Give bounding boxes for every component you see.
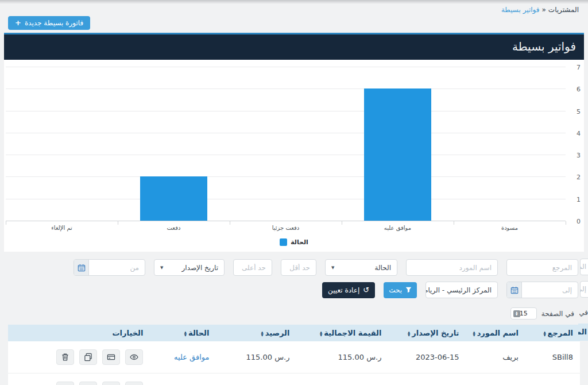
sort-icon[interactable]: ▲▼ — [261, 331, 263, 336]
max-limit-input[interactable] — [233, 259, 272, 276]
breadcrumb-current[interactable]: فواتير بسيطة — [501, 6, 540, 14]
column-header-3[interactable]: تاريخ الإصدار▲▼ — [388, 325, 466, 341]
status-select-label: الحالة — [375, 264, 391, 272]
x-axis-tick — [342, 221, 342, 225]
gridline — [6, 199, 566, 199]
sort-icon[interactable]: ▲▼ — [543, 331, 546, 336]
y-axis-tick-label: 1 — [577, 195, 581, 203]
status-link[interactable]: موافق عليه — [174, 353, 209, 361]
row-actions — [15, 349, 143, 365]
y-axis-tick-label: 6 — [577, 86, 581, 93]
gridline — [6, 176, 566, 177]
clipped-reference-input-fragment: المرجع — [580, 259, 588, 275]
column-header-label: الحالة — [188, 329, 209, 337]
search-button[interactable]: بحث — [384, 282, 417, 298]
payments-button[interactable] — [102, 349, 120, 365]
page-title: فواتير بسيطة — [4, 33, 584, 60]
column-header-4[interactable]: القيمة الاجمالية▲▼ — [296, 325, 388, 341]
per-page-control: في الصفحة ▲▼ 15 — [4, 307, 574, 319]
reset-button-label: إعادة تعيين — [328, 286, 359, 294]
eye-icon — [130, 353, 138, 361]
y-axis-tick-label: 7 — [577, 64, 581, 71]
table-row: SBill7بريف2023-06-15ر.س 115.00ر.س 115.00… — [8, 374, 580, 385]
row-actions — [15, 382, 143, 385]
y-axis-tick-label: 4 — [577, 129, 581, 137]
breadcrumb: المشتريات«فواتير بسيطة — [0, 0, 588, 14]
column-header-label: تاريخ الإصدار — [412, 329, 459, 337]
reference-input[interactable] — [506, 259, 578, 276]
status-select[interactable]: الحالة ▼ — [325, 259, 397, 276]
gridline — [6, 111, 566, 111]
supplier-cell: بريف — [466, 341, 525, 374]
issue-date-cell: 2023-06-15 — [388, 341, 466, 374]
gridline — [6, 221, 566, 221]
trash-icon — [61, 353, 69, 361]
branch-select-value: المركز الرئيسي - الرياض،ال — [425, 286, 492, 294]
column-header-6[interactable]: الحالة▲▼ — [150, 325, 216, 341]
branch-select[interactable]: المركز الرئيسي - الرياض،ال — [425, 282, 498, 298]
view-button[interactable] — [125, 382, 143, 385]
duplicate-button[interactable] — [79, 382, 97, 385]
issue-date-cell: 2023-06-15 — [388, 374, 466, 385]
legend-swatch — [280, 238, 287, 246]
x-axis-tick — [454, 221, 454, 225]
gridline — [6, 155, 566, 155]
sort-icon[interactable]: ▲▼ — [473, 331, 475, 336]
per-page-input[interactable]: ▲▼ 15 — [510, 307, 537, 319]
x-axis-labels: مسودةموافق عليهدفعت جزئيادفعتتم الإلغاء — [6, 225, 566, 231]
date-from-input[interactable] — [89, 260, 145, 275]
column-header-5[interactable]: الرصيد▲▼ — [216, 325, 296, 341]
chart-legend[interactable]: الحالة — [4, 238, 584, 246]
sort-icon[interactable]: ▲▼ — [408, 331, 410, 336]
supplier-cell: بريف — [466, 374, 525, 385]
clipped-table-header-fragment: المرجع — [578, 324, 588, 341]
date-from-group — [74, 259, 145, 276]
filter-row-2: المركز الرئيسي - الرياض،ال بحث ↺ إعادة ت… — [4, 282, 578, 298]
sort-icon[interactable]: ▲▼ — [184, 331, 187, 336]
copy-icon — [84, 353, 92, 361]
x-axis-label: دفعت — [118, 225, 230, 231]
bar-موافق عليه — [364, 88, 431, 221]
filter-funnel-icon — [405, 287, 412, 293]
chart-plot: 01234567 — [6, 67, 566, 221]
plus-icon: + — [15, 18, 21, 27]
column-header-2[interactable]: اسم المورد▲▼ — [466, 325, 525, 341]
calendar-icon[interactable] — [507, 282, 522, 298]
sort-icon[interactable]: ▲▼ — [320, 331, 322, 336]
reset-icon: ↺ — [363, 286, 369, 294]
date-type-select-label: تاريخ الإصدار — [182, 264, 219, 272]
caret-down-icon: ▼ — [331, 265, 334, 270]
date-type-select[interactable]: تاريخ الإصدار ▼ — [154, 259, 225, 276]
delete-button[interactable] — [56, 349, 74, 365]
breadcrumb-separator: « — [541, 6, 546, 14]
filter-row-1: الحالة ▼ تاريخ الإصدار ▼ — [4, 259, 578, 276]
column-header-1[interactable]: المرجع▲▼ — [525, 325, 580, 341]
gridline — [6, 67, 566, 67]
filters-panel: الحالة ▼ تاريخ الإصدار ▼ — [4, 259, 578, 298]
delete-button[interactable] — [56, 382, 74, 385]
view-button[interactable] — [125, 349, 143, 365]
balance-cell: ر.س 115.00 — [216, 341, 296, 374]
x-axis-tick — [230, 221, 230, 225]
supplier-name-input[interactable] — [406, 259, 498, 276]
search-button-label: بحث — [389, 286, 402, 294]
breadcrumb-parent[interactable]: المشتريات — [548, 6, 579, 14]
date-to-input[interactable] — [522, 282, 578, 298]
duplicate-button[interactable] — [79, 349, 97, 365]
min-limit-input[interactable] — [281, 259, 316, 276]
per-page-label: في الصفحة — [541, 310, 574, 318]
stepper-icon[interactable]: ▲▼ — [513, 310, 520, 317]
payments-button[interactable] — [102, 382, 120, 385]
table-header-row: المرجع▲▼اسم المورد▲▼تاريخ الإصدار▲▼القيم… — [8, 325, 580, 341]
options-cell — [8, 341, 150, 374]
caret-down-icon: ▼ — [160, 265, 163, 270]
calendar-icon[interactable] — [74, 260, 89, 275]
x-axis-tick — [118, 221, 118, 225]
y-axis-tick-label: 2 — [577, 174, 581, 181]
gridline — [6, 133, 566, 133]
y-axis-tick-label: 0 — [577, 218, 581, 225]
status-cell: موافق عليه — [150, 341, 216, 374]
reset-button[interactable]: ↺ إعادة تعيين — [322, 282, 375, 298]
new-invoice-button[interactable]: فاتورة بسيطة جديدة + — [8, 16, 90, 30]
total-value-cell: ر.س 115.00 — [296, 374, 388, 385]
